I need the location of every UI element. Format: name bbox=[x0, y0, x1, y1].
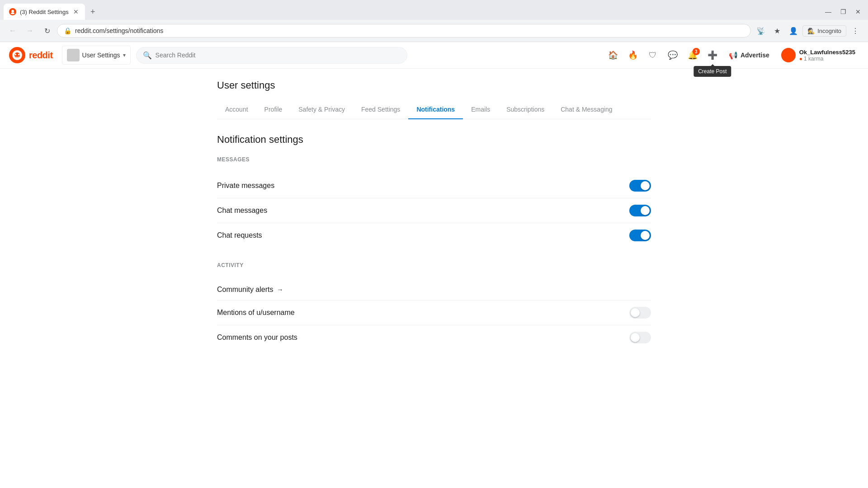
svg-point-1 bbox=[11, 13, 14, 14]
chat-requests-row: Chat requests bbox=[217, 223, 651, 248]
search-icon: 🔍 bbox=[143, 51, 152, 60]
comments-on-posts-label: Comments on your posts bbox=[217, 333, 297, 342]
section-title: Notification settings bbox=[217, 134, 651, 145]
tab-safety-privacy[interactable]: Safety & Privacy bbox=[290, 100, 353, 119]
search-input[interactable] bbox=[156, 52, 401, 59]
tab-favicon bbox=[9, 8, 16, 15]
new-tab-button[interactable]: + bbox=[87, 5, 99, 19]
comments-on-posts-slider bbox=[629, 332, 651, 343]
chat-messages-row: Chat messages bbox=[217, 198, 651, 223]
chat-messages-slider bbox=[629, 205, 651, 216]
reddit-logo[interactable]: reddit bbox=[9, 47, 53, 63]
tab-notifications[interactable]: Notifications bbox=[408, 100, 463, 119]
tab-close-button[interactable]: ✕ bbox=[72, 7, 80, 16]
tab-chat-messaging[interactable]: Chat & Messaging bbox=[552, 100, 620, 119]
close-button[interactable]: ✕ bbox=[852, 6, 864, 17]
notification-badge: 3 bbox=[693, 48, 700, 55]
messages-section: MESSAGES Private messages Chat messages … bbox=[217, 156, 651, 248]
browser-nav: ← → ↻ 🔒 reddit.com/settings/notification… bbox=[0, 20, 868, 42]
chat-requests-label: Chat requests bbox=[217, 231, 262, 239]
reddit-wordmark: reddit bbox=[29, 50, 53, 61]
home-icon-button[interactable]: 🏠 bbox=[605, 47, 621, 63]
create-post-tooltip: Create Post bbox=[693, 66, 731, 77]
chat-requests-slider bbox=[629, 230, 651, 241]
tab-title: (3) Reddit Settings bbox=[20, 9, 69, 15]
user-avatar bbox=[781, 48, 796, 62]
user-settings-label: User Settings bbox=[82, 52, 120, 59]
chat-messages-label: Chat messages bbox=[217, 206, 267, 215]
mentions-slider bbox=[629, 307, 651, 319]
karma-dot-icon: ● bbox=[799, 56, 802, 62]
nav-right-controls: 📡 ★ 👤 🕵️ Incognito ⋮ bbox=[754, 23, 863, 38]
mentions-label: Mentions of u/username bbox=[217, 309, 295, 317]
username-label: Ok_Lawfulness5235 bbox=[799, 49, 855, 56]
forward-button[interactable]: → bbox=[23, 23, 37, 38]
header-right: 🏠 🔥 🛡 💬 🔔 3 ➕ Create Post 📢 Advertise Ok… bbox=[605, 46, 859, 64]
create-post-button[interactable]: ➕ Create Post bbox=[704, 47, 721, 63]
reddit-header: reddit User Settings ▾ 🔍 🏠 🔥 🛡 💬 🔔 3 ➕ C… bbox=[0, 42, 868, 69]
cast-icon[interactable]: 📡 bbox=[754, 23, 768, 38]
search-bar[interactable]: 🔍 bbox=[136, 47, 407, 64]
window-controls: — ❐ ✕ bbox=[821, 6, 864, 17]
comments-on-posts-toggle[interactable] bbox=[629, 332, 651, 343]
popular-icon-button[interactable]: 🔥 bbox=[625, 47, 641, 63]
mentions-toggle[interactable] bbox=[629, 307, 651, 319]
profile-icon[interactable]: 👤 bbox=[786, 23, 801, 38]
browser-chrome: (3) Reddit Settings ✕ + — ❐ ✕ ← → ↻ 🔒 re… bbox=[0, 0, 868, 42]
tab-profile[interactable]: Profile bbox=[256, 100, 291, 119]
messages-category-label: MESSAGES bbox=[217, 156, 651, 166]
reddit-logo-circle bbox=[9, 47, 25, 63]
svg-point-0 bbox=[11, 10, 14, 13]
megaphone-icon: 📢 bbox=[729, 51, 738, 60]
shield-icon-button[interactable]: 🛡 bbox=[645, 47, 661, 63]
karma-label: ● 1 karma bbox=[799, 56, 855, 62]
tab-feed-settings[interactable]: Feed Settings bbox=[353, 100, 408, 119]
active-tab[interactable]: (3) Reddit Settings ✕ bbox=[4, 4, 85, 20]
notification-bell-button[interactable]: 🔔 3 bbox=[684, 47, 701, 63]
chat-requests-toggle[interactable] bbox=[629, 230, 651, 241]
mentions-row: Mentions of u/username bbox=[217, 300, 651, 325]
dropdown-arrow-icon: ▾ bbox=[123, 52, 126, 58]
karma-value: 1 karma bbox=[804, 56, 823, 62]
tab-emails[interactable]: Emails bbox=[463, 100, 498, 119]
main-content: User settings Account Profile Safety & P… bbox=[208, 69, 660, 375]
incognito-icon: 🕵️ bbox=[807, 28, 815, 34]
minimize-button[interactable]: — bbox=[821, 6, 835, 17]
comments-on-posts-row: Comments on your posts bbox=[217, 325, 651, 350]
user-settings-dropdown[interactable]: User Settings ▾ bbox=[62, 46, 131, 65]
private-messages-row: Private messages bbox=[217, 174, 651, 198]
bookmark-icon[interactable]: ★ bbox=[770, 23, 784, 38]
browser-tabs: (3) Reddit Settings ✕ + — ❐ ✕ bbox=[0, 0, 868, 20]
community-alerts-row: Community alerts → bbox=[217, 279, 651, 300]
refresh-button[interactable]: ↻ bbox=[40, 23, 54, 38]
private-messages-label: Private messages bbox=[217, 182, 274, 190]
svg-point-4 bbox=[15, 54, 17, 56]
tab-subscriptions[interactable]: Subscriptions bbox=[498, 100, 552, 119]
user-profile-button[interactable]: Ok_Lawfulness5235 ● 1 karma bbox=[778, 46, 859, 64]
svg-point-5 bbox=[18, 54, 20, 56]
back-button[interactable]: ← bbox=[5, 23, 20, 38]
activity-category-label: ACTIVITY bbox=[217, 262, 651, 272]
private-messages-toggle[interactable] bbox=[629, 180, 651, 192]
maximize-button[interactable]: ❐ bbox=[837, 6, 850, 17]
chat-icon-button[interactable]: 💬 bbox=[665, 47, 681, 63]
page-title: User settings bbox=[217, 80, 651, 91]
incognito-badge: 🕵️ Incognito bbox=[802, 25, 846, 37]
activity-section: ACTIVITY Community alerts → Mentions of … bbox=[217, 262, 651, 350]
more-options-icon[interactable]: ⋮ bbox=[848, 23, 863, 38]
advertise-button[interactable]: 📢 Advertise bbox=[724, 48, 774, 62]
chat-messages-toggle[interactable] bbox=[629, 205, 651, 216]
settings-tabs: Account Profile Safety & Privacy Feed Se… bbox=[217, 100, 651, 119]
advertise-label: Advertise bbox=[741, 52, 769, 59]
url-text: reddit.com/settings/notifications bbox=[75, 27, 744, 34]
community-alerts-label[interactable]: Community alerts → bbox=[217, 286, 283, 294]
private-messages-slider bbox=[629, 180, 651, 192]
tab-account[interactable]: Account bbox=[217, 100, 256, 119]
user-info: Ok_Lawfulness5235 ● 1 karma bbox=[799, 49, 855, 62]
lock-icon: 🔒 bbox=[64, 27, 71, 34]
incognito-label: Incognito bbox=[817, 28, 841, 34]
user-settings-avatar bbox=[67, 49, 80, 61]
address-bar[interactable]: 🔒 reddit.com/settings/notifications bbox=[57, 24, 751, 38]
community-alerts-arrow-icon: → bbox=[277, 286, 283, 293]
